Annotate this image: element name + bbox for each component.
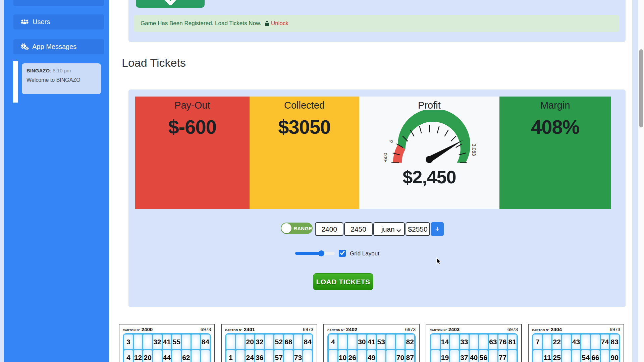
ticket-cell-number: 1 <box>226 350 235 362</box>
range-toggle[interactable]: RANGE <box>281 223 313 234</box>
ticket-cell-number: 77 <box>498 350 507 362</box>
ticket-cell-empty <box>470 335 478 349</box>
size-slider[interactable] <box>295 252 335 255</box>
bingazo-app: Game Has Been Registered. Load Tickets N… <box>0 0 644 362</box>
range-toggle-knob[interactable] <box>281 223 291 233</box>
ticket-cell-empty <box>172 350 181 362</box>
carton-number: 2401 <box>244 326 255 332</box>
ticket-cell-number: 4 <box>124 350 133 362</box>
price-input[interactable] <box>406 222 430 236</box>
range-to-input[interactable] <box>344 222 373 236</box>
ticket-cell-number: 24 <box>246 350 254 362</box>
ticket-cell-empty <box>226 335 235 349</box>
message-text: Welcome to BINGAZO <box>26 77 96 83</box>
ticket-cell-number: 84 <box>303 335 312 349</box>
ticket-cell-number: 63 <box>489 335 497 349</box>
carton-number: 2400 <box>142 326 153 332</box>
ticket-cell-number: 32 <box>255 335 264 349</box>
ticket-cell-number: 11 <box>543 350 552 362</box>
ticket-grid: 2032526884124365773 <box>225 333 313 362</box>
ticket-cell-empty <box>236 350 245 362</box>
carton-number: 2404 <box>551 326 562 332</box>
scrollbar-track[interactable] <box>638 0 644 362</box>
ticket-cell-number: 74 <box>601 335 609 349</box>
bingo-ticket-card[interactable]: CARTON N° 2403 6973 14336376811937405677 <box>426 324 522 362</box>
ticket-cell-number: 83 <box>610 335 619 349</box>
bingo-ticket-card[interactable]: CARTON N° 2400 6973 332415584412204462 <box>119 324 215 362</box>
ticket-cell-number: 32 <box>153 335 162 349</box>
ticket-cell-empty <box>479 335 488 349</box>
ticket-grid: 332415584412204462 <box>123 333 211 362</box>
seller-select[interactable]: juan <box>373 222 405 236</box>
ticket-cell-number: 66 <box>591 350 600 362</box>
ticket-cell-number: 52 <box>274 335 283 349</box>
ticket-cell-empty <box>489 350 497 362</box>
carton-number: 2403 <box>448 326 460 332</box>
ticket-cell-number: 14 <box>441 335 449 349</box>
carton-prefix: CARTON N° <box>430 328 447 332</box>
ticket-cell-number: 57 <box>274 350 283 362</box>
stat-card-collected: Collected $3050 <box>250 97 360 209</box>
ticket-cell-number: 82 <box>406 335 414 349</box>
ticket-cell-empty <box>201 350 210 362</box>
ticket-cell-empty <box>192 335 200 349</box>
ticket-cell-number: 41 <box>163 335 171 349</box>
ticket-cell-empty <box>431 350 440 362</box>
range-toggle-label: RANGE <box>293 226 312 231</box>
sidebar-item-users[interactable]: Users <box>13 14 104 29</box>
ticket-cell-empty <box>153 350 162 362</box>
ticket-cell-empty <box>348 335 357 349</box>
ticket-cell-empty <box>182 335 191 349</box>
ticket-cell-number: 81 <box>508 335 517 349</box>
ticket-cell-empty <box>601 350 609 362</box>
ticket-cell-empty <box>396 335 405 349</box>
carton-prefix: CARTON N° <box>327 328 345 332</box>
bingo-ticket-card[interactable]: CARTON N° 2404 6973 7224374831125546690 <box>528 324 624 362</box>
ticket-cell-number: 54 <box>581 350 590 362</box>
bingo-ticket-card[interactable]: CARTON N° 2401 6973 2032526884124365773 <box>221 324 317 362</box>
scrollbar-thumb[interactable] <box>639 49 643 127</box>
ticket-cell-empty <box>236 335 245 349</box>
ticket-cell-empty <box>562 335 571 349</box>
ticket-cell-empty <box>134 335 143 349</box>
stat-value: 408% <box>531 116 579 138</box>
ticket-cell-number: 25 <box>552 350 561 362</box>
ticket-serial: 6973 <box>201 327 211 332</box>
ticket-cell-number: 41 <box>367 335 376 349</box>
carton-number: 2402 <box>346 326 357 332</box>
sidebar-item-partial[interactable] <box>13 0 104 6</box>
add-range-button[interactable]: + <box>431 222 444 236</box>
bingo-ticket-card[interactable]: CARTON N° 2402 6973 4304153821026497087 <box>323 324 420 362</box>
ticket-cell-number: 3 <box>124 335 133 349</box>
sidebar-item-app-messages[interactable]: App Messages <box>13 39 104 54</box>
svg-text:0: 0 <box>388 139 394 144</box>
stat-label: Profit <box>418 100 441 111</box>
ticket-grid: 4304153821026497087 <box>327 333 416 362</box>
ticket-cell-empty <box>508 350 517 362</box>
ticket-cell-empty <box>450 350 459 362</box>
stat-card-payout: Pay-Out $-600 <box>135 97 250 209</box>
size-slider-thumb[interactable] <box>318 250 324 256</box>
ticket-header: CARTON N° 2401 6973 <box>225 326 313 332</box>
stat-label: Pay-Out <box>174 100 210 111</box>
ticket-cell-number: 43 <box>572 335 581 349</box>
alert-text: Game Has Been Registered. Load Tickets N… <box>141 20 261 27</box>
cogs-icon <box>20 43 29 50</box>
ticket-cell-number: 30 <box>358 335 366 349</box>
ticket-header: CARTON N° 2404 6973 <box>532 326 620 332</box>
sidebar-item-label: Users <box>33 18 50 26</box>
range-from-input[interactable] <box>315 222 343 236</box>
ticket-cell-number: 10 <box>338 350 347 362</box>
message-header: BINGAZO: 8:10 pm <box>26 68 96 73</box>
ticket-cell-number: 33 <box>460 335 469 349</box>
ticket-cell-number: 84 <box>201 335 210 349</box>
ticket-cell-empty <box>303 350 312 362</box>
registration-alert: Game Has Been Registered. Load Tickets N… <box>134 15 619 32</box>
confirm-button[interactable] <box>136 0 205 8</box>
unlock-link[interactable]: Unlock <box>271 20 288 27</box>
load-tickets-button[interactable]: LOAD TICKETS <box>313 273 373 290</box>
carton-prefix: CARTON N° <box>123 328 140 332</box>
grid-layout-checkbox[interactable] <box>339 250 346 257</box>
ticket-cell-empty <box>431 335 440 349</box>
lock-icon <box>265 21 269 26</box>
